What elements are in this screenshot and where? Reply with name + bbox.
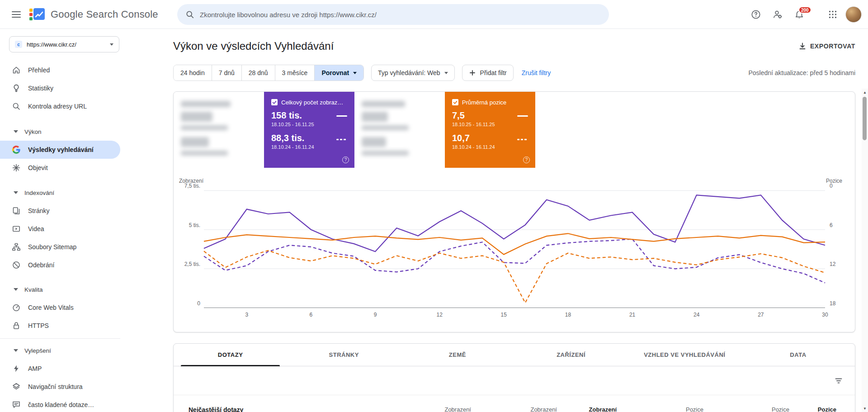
right-axis-ticks: 061218	[830, 190, 850, 308]
search-icon	[12, 102, 21, 111]
scroll-down-icon[interactable]: ▼	[862, 405, 868, 412]
search-type-chip[interactable]: Typ vyhledávání: Web	[371, 65, 454, 81]
date-chip-24h[interactable]: 24 hodin	[174, 65, 212, 81]
date-chip-7d[interactable]: 7 dnů	[212, 65, 242, 81]
sidebar-item-faq[interactable]: často kladené dotaze…	[0, 396, 120, 412]
scroll-up-icon[interactable]: ▲	[862, 89, 868, 96]
right-axis-title: Pozice	[826, 178, 842, 184]
google-apps-button[interactable]	[824, 5, 842, 24]
col-header-pozice-1[interactable]: Pozice	[686, 406, 703, 412]
sidebar-item-soubory-sitemap[interactable]: Soubory Sitemap	[0, 238, 120, 256]
lightbulb-icon	[12, 84, 21, 93]
google-g-icon	[12, 145, 21, 154]
table-header-row: Nejčastější dotazy Zobrazení Zobrazení Z…	[174, 395, 855, 412]
plus-icon	[469, 69, 476, 76]
app-title: Google Search Console	[51, 9, 158, 20]
last-update-text: Poslední aktualizace: před 5 hodinami	[748, 69, 855, 76]
date-chip-3m[interactable]: 3 měsíce	[275, 65, 315, 81]
avatar[interactable]	[845, 6, 862, 23]
help-icon	[750, 9, 761, 20]
help-icon[interactable]: ?	[342, 156, 349, 163]
sidebar-item-statistiky[interactable]: Statistiky	[0, 79, 120, 97]
col-header-zobrazeni-3[interactable]: Zobrazení	[589, 406, 617, 412]
faq-bubble-icon	[12, 400, 21, 409]
position-card[interactable]: Průměrná pozice 7,5 18.10.25 - 16.11.25 …	[445, 92, 535, 168]
user-settings-icon	[772, 9, 783, 20]
impressions-current-value: 158 tis.	[271, 110, 347, 121]
table-row-header[interactable]: Nejčastější dotazy	[189, 406, 243, 412]
tab-zeme[interactable]: ZEMĚ	[401, 344, 514, 366]
sidebar-item-amp[interactable]: AMP	[0, 360, 120, 378]
sidebar-item-kontrola-url[interactable]: Kontrola adresy URL	[0, 97, 120, 115]
help-icon[interactable]: ?	[523, 156, 530, 163]
property-selector[interactable]: c https://www.cikr.cz/	[9, 36, 119, 52]
sidebar: c https://www.cikr.cz/ Přehled Statistik…	[0, 29, 120, 412]
col-header-zobrazeni-1[interactable]: Zobrazení	[444, 406, 471, 412]
left-axis-ticks: 7,5 tis.5 tis.2,5 tis.0	[174, 190, 200, 308]
notifications-button[interactable]: 200	[790, 5, 808, 24]
chevron-down-icon	[14, 349, 18, 352]
sidebar-item-navigacni-struktura[interactable]: Navigační struktura	[0, 378, 120, 396]
url-inspection-input[interactable]	[200, 11, 601, 19]
manage-users-button[interactable]	[769, 5, 787, 24]
solid-line-icon	[336, 115, 347, 117]
impressions-card[interactable]: Celkový počet zobraz… 158 tis. 18.10.25 …	[264, 92, 354, 168]
filter-list-icon[interactable]	[834, 376, 843, 385]
impressions-checkbox[interactable]	[271, 99, 278, 105]
tab-vzhled[interactable]: VZHLED VE VYHLEDÁVÁNÍ	[628, 344, 741, 366]
topbar: Google Search Console	[0, 0, 868, 29]
sidebar-item-stranky[interactable]: Stránky	[0, 202, 120, 220]
tab-zarizeni[interactable]: ZAŘÍZENÍ	[514, 344, 628, 366]
performance-line-chart[interactable]	[204, 190, 825, 308]
help-button[interactable]	[747, 5, 765, 24]
export-button[interactable]: EXPORTOVAT	[798, 38, 855, 54]
performance-chart-panel: Celkový počet zobraz… 158 tis. 18.10.25 …	[173, 91, 855, 332]
col-header-pozice-3[interactable]: Pozice	[818, 406, 836, 412]
sidebar-section-vykon[interactable]: Výkon	[0, 123, 120, 141]
reset-filters-link[interactable]: Zrušit filtry	[522, 69, 551, 76]
sidebar-item-vysledky-vyhledavani[interactable]: Výsledky vyhledávání	[0, 141, 120, 159]
position-checkbox[interactable]	[452, 99, 458, 105]
apps-grid-icon	[827, 9, 838, 20]
home-icon	[12, 66, 21, 75]
vertical-scrollbar[interactable]: ▲ ▼	[862, 89, 868, 412]
tab-data[interactable]: DATA	[741, 344, 855, 366]
sidebar-item-core-web-vitals[interactable]: Core Web Vitals	[0, 298, 120, 317]
dimension-tabs: DOTAZY STRÁNKY ZEMĚ ZAŘÍZENÍ VZHLED VE V…	[174, 344, 855, 366]
col-header-zobrazeni-2[interactable]: Zobrazení	[530, 406, 557, 412]
dimensions-table-panel: DOTAZY STRÁNKY ZEMĚ ZAŘÍZENÍ VZHLED VE V…	[173, 343, 855, 412]
position-previous-range: 18.10.24 - 16.11.24	[452, 144, 528, 151]
impressions-previous-value: 88,3 tis.	[271, 133, 347, 143]
amp-lightning-icon	[12, 364, 21, 373]
hamburger-menu-icon[interactable]	[12, 11, 21, 18]
col-header-pozice-2[interactable]: Pozice	[772, 406, 789, 412]
sidebar-section-indexovani[interactable]: Indexování	[0, 184, 120, 202]
video-icon	[12, 224, 21, 233]
sidebar-item-prehled[interactable]: Přehled	[0, 61, 120, 79]
sitemap-icon	[12, 242, 21, 251]
sidebar-divider	[0, 338, 120, 339]
discover-star-icon	[12, 163, 21, 172]
compare-chip[interactable]: Porovnat	[315, 65, 363, 81]
chevron-down-icon	[444, 72, 448, 74]
sidebar-item-objevit[interactable]: Objevit	[0, 159, 120, 177]
scrollbar-thumb[interactable]	[863, 97, 867, 140]
tab-stranky[interactable]: STRÁNKY	[287, 344, 401, 366]
sidebar-section-vylepseni[interactable]: Vylepšení	[0, 341, 120, 360]
position-current-range: 18.10.25 - 16.11.25	[452, 122, 528, 128]
clicks-card-blurred[interactable]	[174, 92, 264, 168]
ctr-card-blurred[interactable]	[354, 92, 445, 168]
search-icon	[185, 10, 194, 19]
sidebar-section-kvalita[interactable]: Kvalita	[0, 280, 120, 298]
add-filter-chip[interactable]: Přidat filtr	[462, 65, 514, 81]
position-previous-value: 10,7	[452, 133, 528, 143]
gsc-logo[interactable]	[29, 7, 45, 22]
url-inspection-searchbar[interactable]	[177, 4, 609, 25]
sidebar-item-https[interactable]: HTTPS	[0, 317, 120, 335]
date-chip-28d[interactable]: 28 dnů	[242, 65, 275, 81]
chevron-down-icon	[14, 130, 18, 133]
sidebar-item-odebrani[interactable]: Odebrání	[0, 256, 120, 274]
solid-line-icon	[517, 115, 528, 117]
sidebar-item-videa[interactable]: Videa	[0, 220, 120, 238]
tab-dotazy[interactable]: DOTAZY	[174, 344, 287, 366]
